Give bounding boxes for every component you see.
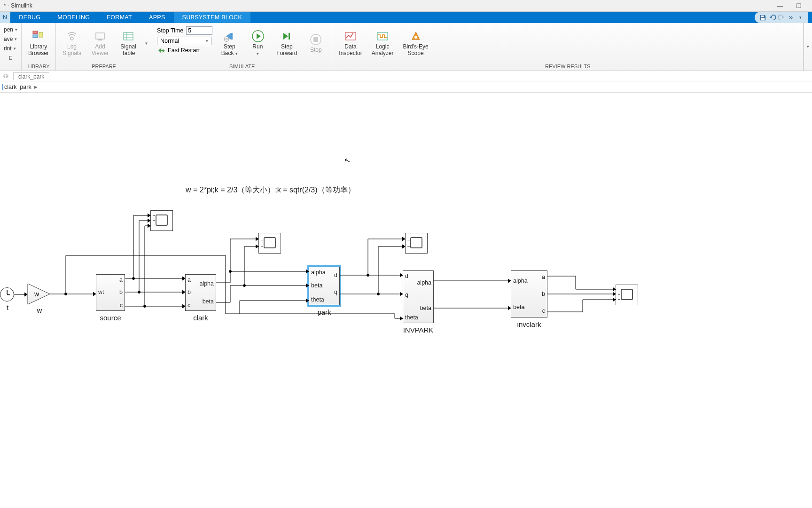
invclark-block[interactable]: alpha beta a b c — [511, 270, 547, 318]
stop-time-row: Stop Time — [155, 25, 214, 36]
svg-rect-2 — [33, 31, 38, 34]
signal-icon — [66, 30, 78, 42]
fast-restart-icon — [158, 47, 165, 54]
undo-icon[interactable] — [768, 13, 776, 22]
title-bar: * - Simulink — ☐ — [0, 0, 812, 12]
run-button[interactable]: Run▾ — [243, 24, 272, 63]
svg-point-30 — [377, 293, 380, 295]
svg-point-29 — [367, 274, 369, 277]
expand-icon[interactable]: » — [787, 13, 795, 22]
stop-icon — [310, 33, 322, 46]
clark-block[interactable]: a b c alpha beta — [185, 274, 216, 311]
svg-rect-6 — [96, 33, 104, 39]
prepare-group: Log Signals Add Viewer Signal Table ▾ PR… — [56, 23, 152, 71]
source-block[interactable]: wt a b c — [96, 274, 125, 311]
park-block[interactable]: alpha beta theta d q — [309, 267, 340, 305]
library-icon — [32, 30, 45, 42]
invpark-block[interactable]: d q theta alpha beta — [403, 270, 434, 323]
svg-rect-18 — [313, 37, 318, 42]
scope-1[interactable] — [150, 210, 173, 231]
logic-analyzer-button[interactable]: Logic Analyzer — [367, 24, 398, 63]
svg-point-28 — [243, 285, 246, 287]
data-inspector-button[interactable]: Data Inspector — [334, 24, 367, 63]
svg-rect-19 — [345, 32, 356, 40]
viewer-icon — [94, 30, 106, 42]
svg-text:⚙: ⚙ — [225, 38, 228, 41]
explorer-bar: ⮉ clark_park — [0, 71, 812, 81]
library-group: Library Browser LIBRARY — [22, 23, 56, 71]
svg-point-26 — [144, 305, 146, 308]
svg-rect-1 — [761, 18, 765, 20]
gain-name: w — [35, 306, 44, 314]
maximize-button[interactable]: ☐ — [789, 2, 808, 9]
svg-rect-0 — [761, 15, 764, 17]
svg-point-23 — [65, 293, 67, 295]
library-group-label: LIBRARY — [23, 63, 54, 71]
tab-apps[interactable]: APPS — [141, 12, 174, 23]
nav-up-icon[interactable]: ⮉ — [3, 73, 8, 79]
scope-2[interactable] — [258, 233, 281, 254]
prepare-group-label: PREPARE — [58, 63, 150, 71]
prepare-expand[interactable]: ▾ — [142, 24, 150, 63]
gain-value: w — [34, 290, 39, 298]
tab-modeling[interactable]: MODELING — [49, 12, 98, 23]
gain-block[interactable]: w — [27, 283, 51, 305]
tab-format[interactable]: FORMAT — [98, 12, 141, 23]
clock-label: t — [4, 303, 11, 311]
library-browser-button[interactable]: Library Browser — [23, 24, 54, 63]
source-name: source — [96, 314, 125, 322]
logic-icon — [376, 30, 389, 42]
ribbon-expand[interactable]: ▾ — [804, 23, 812, 71]
review-group-label: REVIEW RESULTS — [334, 63, 801, 71]
log-signals-button[interactable]: Log Signals — [58, 24, 86, 63]
step-forward-icon — [281, 30, 293, 42]
clock-block[interactable] — [0, 287, 14, 302]
mouse-cursor: ↖ — [343, 156, 351, 166]
step-back-button[interactable]: ⚙ Step Back ▾ — [215, 24, 243, 63]
signal-table-button[interactable]: Signal Table — [114, 24, 142, 63]
tab-subsystem-block[interactable]: SUBSYSTEM BLOCK — [174, 12, 250, 23]
park-name: park — [309, 308, 340, 316]
stop-button[interactable]: Stop — [302, 24, 330, 63]
save-icon[interactable] — [758, 13, 767, 22]
inspector-icon — [344, 30, 357, 42]
svg-rect-8 — [124, 32, 133, 40]
redo-icon[interactable] — [777, 13, 786, 22]
sim-mode-select[interactable]: Normal▾ — [157, 37, 211, 45]
svg-rect-16 — [289, 33, 290, 40]
svg-rect-3 — [33, 35, 38, 38]
step-back-icon: ⚙ — [223, 30, 235, 42]
svg-rect-12 — [231, 33, 233, 40]
svg-point-25 — [138, 291, 141, 294]
signal-lines — [0, 93, 658, 422]
breadcrumb[interactable]: clark_park ▸ — [0, 81, 812, 93]
tab-debug[interactable]: DEBUG — [10, 12, 49, 23]
scope-4[interactable] — [616, 285, 638, 305]
scope-3[interactable] — [405, 233, 428, 254]
svg-point-24 — [133, 278, 135, 280]
ribbon: pen▾ ave▾ rint▾ E Library Browser LIBRAR… — [0, 23, 812, 71]
invclark-name: invclark — [511, 320, 547, 328]
step-forward-button[interactable]: Step Forward — [272, 24, 302, 63]
table-icon — [122, 30, 134, 42]
file-group: pen▾ ave▾ rint▾ E — [0, 23, 22, 71]
model-canvas[interactable]: w = 2*pi;k = 2/3（等大小）;k = sqtr(2/3)（等功率）… — [0, 93, 812, 508]
stop-time-label: Stop Time — [157, 27, 183, 34]
minimize-button[interactable]: — — [771, 2, 789, 9]
window-title: * - Simulink — [4, 2, 32, 9]
annotation-text[interactable]: w = 2*pi;k = 2/3（等大小）;k = sqtr(2/3)（等功率） — [186, 185, 355, 195]
tab-cut[interactable]: N — [0, 12, 10, 23]
qat-dropdown-icon[interactable]: ▾ — [796, 13, 804, 22]
model-tab[interactable]: clark_park — [13, 72, 49, 80]
stop-time-input[interactable] — [186, 26, 212, 35]
add-viewer-button[interactable]: Add Viewer — [86, 24, 114, 63]
save-menu[interactable]: ave▾ — [4, 34, 17, 44]
quick-access-toolbar: » ▾ — [755, 12, 808, 23]
review-group: Data Inspector Logic Analyzer Bird's-Eye… — [332, 23, 804, 71]
open-menu[interactable]: pen▾ — [4, 25, 17, 34]
birds-eye-button[interactable]: Bird's-Eye Scope — [398, 24, 433, 63]
birdseye-icon — [410, 30, 422, 42]
print-menu[interactable]: rint▾ — [4, 44, 17, 53]
fast-restart-button[interactable]: Fast Restart — [155, 46, 214, 55]
clark-name: clark — [185, 314, 216, 322]
